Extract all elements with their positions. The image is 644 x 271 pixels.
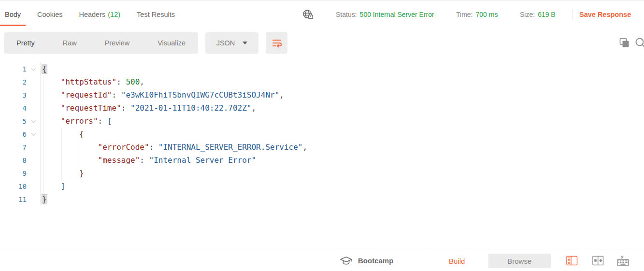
line-number: 2 [0, 78, 27, 86]
copy-button[interactable] [619, 37, 630, 48]
view-pretty-button[interactable]: Pretty [16, 39, 35, 47]
code-text: ] [41, 182, 65, 191]
code-lines: 1{2"httpStatus": 500,3"requestId": "e3wK… [0, 62, 644, 206]
browse-toggle-button[interactable]: Browse [488, 254, 551, 268]
graduation-cap-icon [340, 256, 353, 266]
fold-toggle[interactable] [27, 62, 41, 75]
code-text: { [41, 64, 47, 73]
time-value: 700 ms [475, 11, 498, 18]
bootcamp-label: Bootcamp [358, 257, 393, 265]
line-number: 3 [0, 91, 27, 99]
fold-toggle [27, 180, 41, 193]
code-text: "requestTime": "2021-01-11T10:40:22.702Z… [41, 103, 256, 113]
code-line: 8"message": "Internal Server Error" [0, 154, 644, 167]
keyboard-shortcuts-button[interactable] [616, 256, 630, 267]
fold-toggle [27, 141, 41, 154]
line-number: 6 [0, 130, 27, 138]
view-raw-button[interactable]: Raw [63, 39, 77, 47]
tab-test-results[interactable]: Test Results [132, 0, 180, 28]
code-text: } [41, 195, 47, 204]
fold-toggle [27, 154, 41, 167]
tab-body-label: Body [5, 11, 21, 18]
wrap-text-icon [271, 37, 283, 49]
fold-toggle[interactable] [27, 114, 41, 128]
line-number: 1 [0, 65, 27, 73]
view-visualize-button[interactable]: Visualize [157, 39, 186, 47]
save-response-button[interactable]: Save Response [579, 0, 631, 28]
code-text: "message": "Internal Server Error" [41, 156, 256, 165]
code-line: 9} [0, 167, 644, 180]
fold-toggle[interactable] [27, 128, 41, 141]
line-number: 9 [0, 170, 27, 177]
footer-bar: Bootcamp Build Browse [0, 250, 644, 271]
layout-two-pane-icon [592, 256, 604, 266]
code-line: 4"requestTime": "2021-01-11T10:40:22.702… [0, 101, 644, 114]
build-toggle-button[interactable]: Build [426, 254, 488, 268]
line-number: 5 [0, 117, 27, 125]
fold-toggle [27, 167, 41, 180]
code-text: "requestId": "e3wKI0FhiTSbnvQIWG7cCUBt3i… [41, 90, 284, 100]
fold-chevron-icon [31, 66, 36, 71]
line-number: 11 [0, 196, 27, 203]
code-line: 1{ [0, 62, 644, 75]
search-button[interactable] [635, 37, 644, 49]
bootcamp-button[interactable]: Bootcamp [340, 250, 393, 271]
size-label: Size: [520, 11, 535, 18]
code-line: 5"errors": [ [0, 114, 644, 128]
view-preview-button[interactable]: Preview [105, 39, 130, 47]
copy-icon [619, 37, 630, 48]
size-value: 619 B [538, 11, 556, 18]
layout-single-pane-icon [566, 256, 578, 266]
header-divider [572, 9, 573, 20]
search-icon [635, 37, 644, 49]
line-number: 10 [0, 183, 27, 190]
language-value: JSON [216, 39, 235, 47]
code-text: { [41, 129, 84, 139]
code-text: "errorCode": "INTERNAL_SERVER_ERROR.Serv… [41, 143, 307, 152]
fold-toggle [27, 101, 41, 114]
line-number: 4 [0, 104, 27, 112]
tab-headers[interactable]: Headers (12) [74, 0, 125, 28]
wrap-text-button[interactable] [266, 32, 287, 54]
save-response-label: Save Response [579, 11, 631, 18]
response-header: Body Cookies Headers (12) Test Results S… [0, 0, 644, 28]
tab-test-results-label: Test Results [137, 11, 175, 18]
code-line: 11} [0, 193, 644, 206]
code-line: 7"errorCode": "INTERNAL_SERVER_ERROR.Ser… [0, 141, 644, 154]
globe-lock-icon[interactable] [302, 0, 314, 28]
build-label: Build [449, 257, 465, 265]
status-value: 500 Internal Server Error [360, 11, 434, 18]
status-label: Status: [336, 11, 357, 18]
caret-down-icon [243, 42, 247, 47]
headers-count-badge: (12) [108, 11, 120, 18]
tab-body[interactable]: Body [0, 0, 26, 28]
code-line: 6{ [0, 128, 644, 141]
body-view-toolbar: Pretty Raw Preview Visualize JSON [0, 32, 644, 54]
code-text: "httpStatus": 500, [41, 77, 144, 86]
language-select[interactable]: JSON [205, 32, 258, 54]
browse-label: Browse [507, 257, 531, 265]
code-line: 10] [0, 180, 644, 193]
layout-two-pane-button[interactable] [592, 256, 604, 266]
code-text: "errors": [ [41, 116, 112, 126]
fold-chevron-icon [31, 118, 36, 123]
layout-single-pane-button[interactable] [566, 256, 578, 266]
size-indicator: Size: 619 B [520, 0, 556, 28]
code-line: 3"requestId": "e3wKI0FhiTSbnvQIWG7cCUBt3… [0, 88, 644, 101]
tab-headers-label: Headers [79, 11, 105, 18]
fold-toggle [27, 193, 41, 206]
code-text: } [41, 169, 84, 178]
status-indicator: Status: 500 Internal Server Error [336, 0, 434, 28]
view-mode-group: Pretty Raw Preview Visualize [4, 32, 198, 54]
fold-toggle [27, 88, 41, 101]
line-number: 8 [0, 157, 27, 164]
keyboard-shortcuts-icon [616, 256, 630, 267]
tab-cookies-label: Cookies [37, 11, 62, 18]
fold-toggle [27, 75, 41, 88]
tab-cookies[interactable]: Cookies [32, 0, 67, 28]
time-label: Time: [456, 11, 472, 18]
line-number: 7 [0, 143, 27, 151]
response-body-editor: 1{2"httpStatus": 500,3"requestId": "e3wK… [0, 62, 644, 206]
build-browse-toggle: Build Browse [426, 254, 551, 268]
time-indicator: Time: 700 ms [456, 0, 498, 28]
